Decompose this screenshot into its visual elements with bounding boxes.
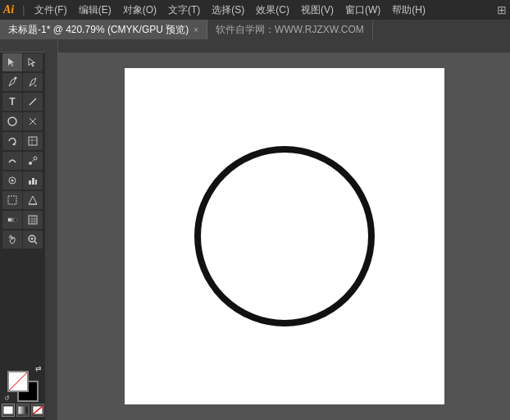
hand-tool[interactable] xyxy=(2,231,22,249)
scissors-tool[interactable] xyxy=(23,112,43,130)
add-anchor-tool[interactable]: + xyxy=(23,73,43,91)
tab-close-button[interactable]: × xyxy=(194,25,198,34)
toolbar: + T xyxy=(0,39,45,420)
perspective-grid-tool[interactable] xyxy=(23,191,43,209)
active-tab[interactable]: 未标题-1* @ 420.79% (CMYK/GPU 预览) × xyxy=(0,20,207,39)
artboard[interactable] xyxy=(125,68,444,404)
bar-graph-tool[interactable] xyxy=(23,171,43,189)
tool-row-symbol xyxy=(0,171,45,190)
svg-rect-36 xyxy=(45,39,510,52)
svg-rect-20 xyxy=(8,196,16,204)
svg-marker-0 xyxy=(8,58,15,66)
svg-rect-23 xyxy=(29,216,37,224)
circle-object[interactable] xyxy=(194,146,375,326)
svg-line-4 xyxy=(30,98,36,105)
tool-row-selection xyxy=(0,52,45,72)
artboard-tool[interactable] xyxy=(2,191,22,209)
svg-point-5 xyxy=(8,117,16,126)
ruler-horizontal: // ruler ticks rendered via CSS xyxy=(45,39,510,52)
toolbar-ruler xyxy=(0,39,45,52)
swap-colors-icon[interactable]: ⇄ xyxy=(35,364,42,372)
svg-rect-22 xyxy=(8,218,16,221)
tool-row-hand xyxy=(0,230,45,249)
svg-marker-1 xyxy=(29,58,35,66)
svg-rect-9 xyxy=(29,137,37,145)
menu-file[interactable]: 文件(F) xyxy=(30,2,71,19)
menu-edit[interactable]: 编辑(E) xyxy=(74,2,116,19)
color-section: ⇄ ↺ xyxy=(0,361,45,420)
tab-bar: 未标题-1* @ 420.79% (CMYK/GPU 预览) × 软件自学网：W… xyxy=(0,20,510,39)
menu-view[interactable]: 视图(V) xyxy=(296,2,339,19)
foreground-color[interactable] xyxy=(7,371,29,392)
tool-row-transform xyxy=(0,131,45,151)
inactive-tab-label: 软件自学网：WWW.RJZXW.COM xyxy=(216,23,364,37)
inactive-tab[interactable]: 软件自学网：WWW.RJZXW.COM xyxy=(207,20,373,39)
zoom-tool[interactable] xyxy=(23,231,43,249)
main-area: + T xyxy=(0,39,510,420)
canvas-area: // ruler ticks rendered via CSS xyxy=(45,39,510,420)
select-tool[interactable] xyxy=(2,53,22,71)
mesh-tool[interactable] xyxy=(23,211,43,229)
symbol-tool[interactable] xyxy=(2,171,22,189)
menu-window[interactable]: 窗口(W) xyxy=(340,2,385,19)
line-tool[interactable] xyxy=(23,93,43,111)
active-tab-label: 未标题-1* @ 420.79% (CMYK/GPU 预览) xyxy=(8,23,189,37)
tool-row-gradient xyxy=(0,210,45,230)
svg-rect-18 xyxy=(32,178,34,185)
color-mode-row xyxy=(3,402,42,418)
tool-row-warp xyxy=(0,151,45,171)
app-logo: Ai xyxy=(3,3,14,16)
svg-rect-17 xyxy=(29,180,31,185)
fill-mode-button[interactable] xyxy=(2,404,15,417)
svg-line-29 xyxy=(34,241,37,244)
svg-rect-32 xyxy=(3,406,13,414)
tool-row-pen: + xyxy=(0,72,45,92)
type-tool[interactable]: T xyxy=(2,93,22,111)
menu-separator: | xyxy=(22,4,25,16)
none-mode-button[interactable] xyxy=(31,404,44,417)
tool-row-type: T xyxy=(0,92,45,112)
svg-line-14 xyxy=(31,159,34,162)
menu-object[interactable]: 对象(O) xyxy=(118,2,162,19)
blend-tool[interactable] xyxy=(23,152,43,170)
rotate-tool[interactable] xyxy=(2,132,22,150)
workspace-switcher-icon[interactable]: ⊞ xyxy=(497,3,507,16)
menu-help[interactable]: 帮助(H) xyxy=(387,2,430,19)
color-boxes: ⇄ ↺ xyxy=(4,364,42,402)
tool-row-artboard xyxy=(0,190,45,210)
canvas-inner xyxy=(58,52,510,420)
menu-select[interactable]: 选择(S) xyxy=(207,2,249,19)
pen-tool[interactable] xyxy=(2,73,22,91)
menu-text[interactable]: 文字(T) xyxy=(163,2,205,19)
reset-colors-icon[interactable]: ↺ xyxy=(4,395,10,402)
tool-row-shape xyxy=(0,112,45,131)
warp-tool[interactable] xyxy=(2,152,22,170)
svg-point-2 xyxy=(15,77,17,80)
direct-select-tool[interactable] xyxy=(23,53,43,71)
menu-effect[interactable]: 效果(C) xyxy=(251,2,294,19)
gradient-mode-button[interactable] xyxy=(16,404,30,417)
rectangle-grid-tool[interactable] xyxy=(23,132,43,150)
svg-text:+: + xyxy=(34,83,37,88)
ruler-vertical xyxy=(45,39,58,420)
gradient-tool[interactable] xyxy=(2,211,22,229)
svg-rect-19 xyxy=(35,180,37,185)
svg-point-16 xyxy=(11,180,14,182)
svg-rect-33 xyxy=(18,406,28,414)
ellipse-tool[interactable] xyxy=(2,112,22,130)
menu-bar: Ai | 文件(F) 编辑(E) 对象(O) 文字(T) 选择(S) 效果(C)… xyxy=(0,0,510,20)
